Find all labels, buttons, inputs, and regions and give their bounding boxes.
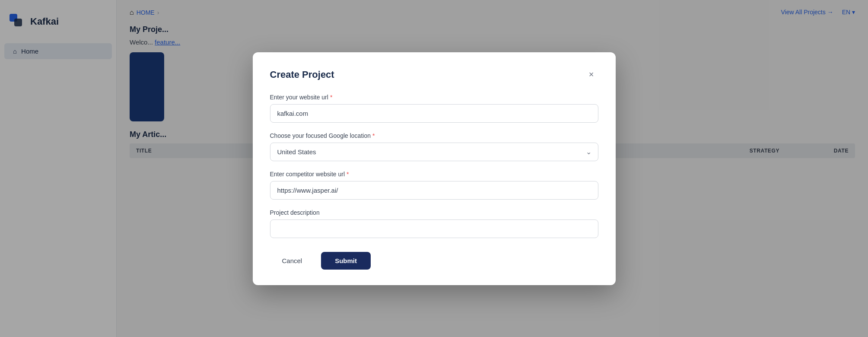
google-location-select[interactable]: United States United Kingdom Canada Aust… [270, 143, 598, 161]
cancel-button[interactable]: Cancel [270, 252, 315, 270]
competitor-url-group: Enter competitor website url* [270, 171, 598, 200]
modal-close-button[interactable]: × [585, 68, 598, 82]
modal-overlay: Create Project × Enter your website url*… [0, 0, 868, 337]
google-location-label: Choose your focused Google location* [270, 132, 598, 139]
submit-button[interactable]: Submit [321, 252, 371, 270]
project-description-label: Project description [270, 209, 598, 216]
website-url-group: Enter your website url* [270, 94, 598, 123]
project-description-input[interactable] [270, 219, 598, 238]
google-location-group: Choose your focused Google location* Uni… [270, 132, 598, 161]
competitor-url-input[interactable] [270, 181, 598, 200]
create-project-modal: Create Project × Enter your website url*… [253, 52, 616, 285]
website-url-input[interactable] [270, 104, 598, 123]
website-url-label: Enter your website url* [270, 94, 598, 101]
location-select-wrapper: United States United Kingdom Canada Aust… [270, 143, 598, 161]
modal-header: Create Project × [270, 68, 598, 82]
project-description-group: Project description [270, 209, 598, 238]
modal-actions: Cancel Submit [270, 252, 598, 270]
competitor-url-label: Enter competitor website url* [270, 171, 598, 178]
modal-title: Create Project [270, 69, 334, 80]
